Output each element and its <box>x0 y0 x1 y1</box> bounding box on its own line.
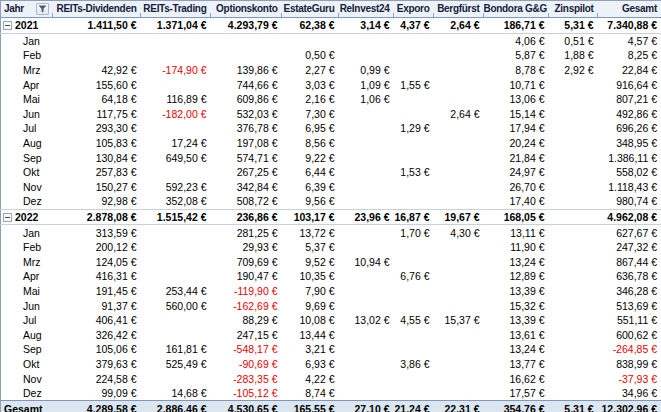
month-label: Sep <box>1 342 53 357</box>
grand-total-cell: 22,31 € <box>434 401 484 412</box>
value-cell <box>434 371 484 386</box>
month-label: Okt <box>1 357 53 372</box>
collapse-icon[interactable] <box>3 21 12 30</box>
value-cell: 525,49 € <box>141 357 211 372</box>
month-label: Jul <box>1 121 53 136</box>
value-cell <box>549 284 598 299</box>
year-total-cell: 2.878,08 € <box>53 209 141 225</box>
value-cell: 9,69 € <box>282 298 339 313</box>
value-cell: 6,76 € <box>394 269 434 284</box>
value-cell <box>282 33 339 48</box>
value-cell: 13,39 € <box>484 284 549 299</box>
year-total-cell: 62,38 € <box>282 18 339 34</box>
value-cell: 326,42 € <box>53 327 141 342</box>
year-total-cell: 236,86 € <box>211 209 282 225</box>
month-row-2022-apr: Apr416,31 €190,47 €10,35 €6,76 €12,89 €6… <box>1 269 661 284</box>
value-cell: 8,25 € <box>598 48 661 63</box>
value-cell: -90,69 € <box>211 357 282 372</box>
month-row-2022-dez: Dez99,09 €14,68 €-105,12 €8,74 €17,57 €3… <box>1 386 661 401</box>
value-cell <box>394 327 434 342</box>
month-label: Aug <box>1 136 53 151</box>
value-cell <box>434 357 484 372</box>
value-cell <box>211 48 282 63</box>
collapse-icon[interactable] <box>3 213 12 222</box>
value-cell <box>549 313 598 328</box>
value-cell <box>549 180 598 195</box>
year-label-cell[interactable]: 2022 <box>1 209 53 225</box>
month-row-2021-feb: Feb0,50 €5,87 €1,88 €8,25 € <box>1 48 661 63</box>
value-cell: 696,26 € <box>598 121 661 136</box>
month-row-2022-jul: Jul406,41 €88,29 €10,08 €13,02 €4,55 €15… <box>1 313 661 328</box>
value-cell <box>141 269 211 284</box>
value-cell <box>339 194 394 209</box>
value-cell <box>339 240 394 255</box>
value-cell: 8,78 € <box>484 63 549 78</box>
value-cell <box>549 136 598 151</box>
value-cell: 13,44 € <box>282 327 339 342</box>
value-cell: 29,93 € <box>211 240 282 255</box>
value-cell: -264,85 € <box>598 342 661 357</box>
value-cell <box>141 225 211 240</box>
value-cell <box>434 48 484 63</box>
month-row-2022-nov: Nov224,58 €-283,35 €4,22 €16,62 €-37,93 … <box>1 371 661 386</box>
year-label-cell[interactable]: 2021 <box>1 18 53 34</box>
month-label: Sep <box>1 150 53 165</box>
value-cell <box>549 225 598 240</box>
value-cell: 636,78 € <box>598 269 661 284</box>
month-row-2021-sep: Sep130,84 €649,50 €574,71 €9,22 €21,84 €… <box>1 150 661 165</box>
value-cell <box>339 33 394 48</box>
value-cell <box>434 284 484 299</box>
year-total-cell: 23,96 € <box>339 209 394 225</box>
value-cell: 1,29 € <box>394 121 434 136</box>
month-label: Dez <box>1 386 53 401</box>
grand-total-cell: 5,31 € <box>549 401 598 412</box>
value-cell <box>141 327 211 342</box>
value-cell: 532,03 € <box>211 107 282 122</box>
value-cell <box>394 371 434 386</box>
year-label: 2021 <box>15 18 38 32</box>
value-cell: 5,37 € <box>282 240 339 255</box>
value-cell <box>549 107 598 122</box>
value-cell: 293,30 € <box>53 121 141 136</box>
value-cell <box>141 33 211 48</box>
value-cell: 200,12 € <box>53 240 141 255</box>
year-total-cell <box>549 209 598 225</box>
value-cell: 92,98 € <box>53 194 141 209</box>
value-cell: 352,08 € <box>141 194 211 209</box>
value-cell <box>434 165 484 180</box>
value-cell: 26,70 € <box>484 180 549 195</box>
value-cell <box>549 342 598 357</box>
value-cell: -283,35 € <box>211 371 282 386</box>
value-cell <box>434 63 484 78</box>
value-cell: 5,87 € <box>484 48 549 63</box>
value-cell: 574,71 € <box>211 150 282 165</box>
month-row-2022-aug: Aug326,42 €247,15 €13,44 €13,61 €600,62 … <box>1 327 661 342</box>
value-cell: 6,44 € <box>282 165 339 180</box>
month-label: Feb <box>1 240 53 255</box>
value-cell <box>434 194 484 209</box>
month-label: Okt <box>1 165 53 180</box>
month-label: Mrz <box>1 63 53 78</box>
value-cell <box>53 48 141 63</box>
value-cell <box>434 298 484 313</box>
value-cell <box>339 371 394 386</box>
value-cell <box>141 165 211 180</box>
value-cell: 10,35 € <box>282 269 339 284</box>
year-total-cell: 4.293,79 € <box>211 18 282 34</box>
column-header-estateguru: EstateGuru <box>282 1 339 18</box>
value-cell <box>434 255 484 270</box>
value-cell: 838,99 € <box>598 357 661 372</box>
value-cell: 7,90 € <box>282 284 339 299</box>
value-cell: 20,24 € <box>484 136 549 151</box>
year-label: 2022 <box>15 210 38 224</box>
value-cell: 3,03 € <box>282 77 339 92</box>
month-row-2021-aug: Aug105,83 €17,24 €197,08 €8,56 €20,24 €3… <box>1 136 661 151</box>
month-row-2022-sep: Sep105,06 €161,81 €-548,17 €3,21 €13,24 … <box>1 342 661 357</box>
month-row-2021-jun: Jun117,75 €-182,00 €532,03 €7,30 €2,64 €… <box>1 107 661 122</box>
value-cell <box>549 165 598 180</box>
value-cell <box>434 121 484 136</box>
month-row-2022-jun: Jun91,37 €560,00 €-162,69 €9,69 €15,32 €… <box>1 298 661 313</box>
year-total-cell: 4.962,08 € <box>598 209 661 225</box>
filter-icon[interactable] <box>36 3 49 15</box>
month-label: Mai <box>1 92 53 107</box>
